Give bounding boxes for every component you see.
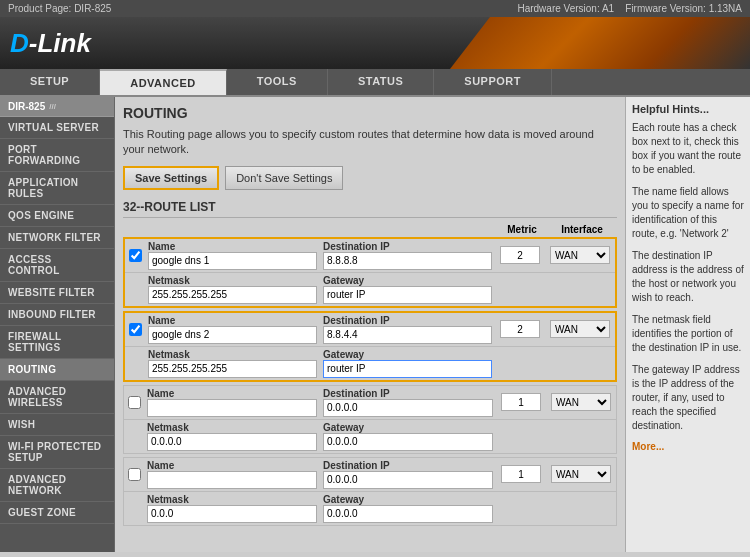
netmask-label-4: Netmask xyxy=(147,494,317,505)
sidebar-item-guest-zone[interactable]: GUEST ZONE xyxy=(0,502,114,524)
sidebar-item-website-filter[interactable]: WEBSITE FILTER xyxy=(0,282,114,304)
route-row-4a: Name Destination IP WAN LAN xyxy=(124,458,616,492)
dest-input-1[interactable] xyxy=(323,252,492,270)
sidebar-item-advanced-network[interactable]: ADVANCED NETWORK xyxy=(0,469,114,502)
sidebar-item-routing[interactable]: ROUTING xyxy=(0,359,114,381)
metric-input-2[interactable] xyxy=(500,320,540,338)
route-group-4: Name Destination IP WAN LAN xyxy=(123,457,617,526)
sidebar-item-inbound-filter[interactable]: INBOUND FILTER xyxy=(0,304,114,326)
name-input-1[interactable] xyxy=(148,252,317,270)
route-row-3b: Netmask Gateway xyxy=(124,420,616,453)
gateway-label-4: Gateway xyxy=(323,494,493,505)
gateway-input-3[interactable] xyxy=(323,433,493,451)
gateway-input-2[interactable] xyxy=(323,360,492,378)
tab-advanced[interactable]: ADVANCED xyxy=(100,69,227,95)
hint-2: The name field allows you to specify a n… xyxy=(632,185,744,241)
name-label-3: Name xyxy=(147,388,317,399)
main-layout: DIR-825 /// VIRTUAL SERVER PORT FORWARDI… xyxy=(0,97,750,552)
netmask-label-3: Netmask xyxy=(147,422,317,433)
description: This Routing page allows you to specify … xyxy=(123,127,617,158)
breadcrumb: DIR-825 /// xyxy=(0,97,114,117)
tab-setup[interactable]: SETUP xyxy=(0,69,100,95)
dest-label-2: Destination IP xyxy=(323,315,492,326)
route-3-checkbox[interactable] xyxy=(128,396,141,409)
dest-label-4: Destination IP xyxy=(323,460,493,471)
interface-select-2[interactable]: WAN LAN xyxy=(550,320,610,338)
route-row-4b: Netmask Gateway xyxy=(124,492,616,525)
dest-input-2[interactable] xyxy=(323,326,492,344)
netmask-input-1[interactable] xyxy=(148,286,317,304)
gateway-input-1[interactable] xyxy=(323,286,492,304)
metric-input-1[interactable] xyxy=(500,246,540,264)
name-input-3[interactable] xyxy=(147,399,317,417)
route-group-1: Name Destination IP WAN LAN xyxy=(123,237,617,308)
gateway-input-4[interactable] xyxy=(323,505,493,523)
sidebar-item-wish[interactable]: WISH xyxy=(0,414,114,436)
hw-fw-label: Hardware Version: A1 Firmware Version: 1… xyxy=(517,3,742,14)
section-title: ROUTING xyxy=(123,105,617,121)
sidebar-item-advanced-wireless[interactable]: ADVANCED WIRELESS xyxy=(0,381,114,414)
route-list-title: 32--ROUTE LIST xyxy=(123,200,617,218)
sidebar-item-firewall[interactable]: FIREWALL SETTINGS xyxy=(0,326,114,359)
interface-select-1[interactable]: WAN LAN xyxy=(550,246,610,264)
product-label: Product Page: DIR-825 xyxy=(8,3,111,14)
interface-select-3[interactable]: WAN LAN xyxy=(551,393,611,411)
route-row-3a: Name Destination IP WAN LAN xyxy=(124,386,616,420)
dest-input-4[interactable] xyxy=(323,471,493,489)
tab-status[interactable]: STATUS xyxy=(328,69,434,95)
tab-tools[interactable]: TOOLS xyxy=(227,69,328,95)
interface-select-4[interactable]: WAN LAN xyxy=(551,465,611,483)
sidebar-item-access-control[interactable]: ACCESS CONTROL xyxy=(0,249,114,282)
name-label-4: Name xyxy=(147,460,317,471)
route-1-checkbox[interactable] xyxy=(129,249,142,262)
hint-1: Each route has a check box next to it, c… xyxy=(632,121,744,177)
dont-save-button[interactable]: Don't Save Settings xyxy=(225,166,343,190)
breadcrumb-arrows: /// xyxy=(49,102,56,111)
sidebar-item-application-rules[interactable]: APPLICATION RULES xyxy=(0,172,114,205)
route-row-2b: Netmask Gateway xyxy=(125,347,615,380)
button-row: Save Settings Don't Save Settings xyxy=(123,166,617,190)
netmask-input-2[interactable] xyxy=(148,360,317,378)
dest-label-1: Destination IP xyxy=(323,241,492,252)
tab-support[interactable]: SUPPORT xyxy=(434,69,552,95)
sidebar-item-port-forwarding[interactable]: PORT FORWARDING xyxy=(0,139,114,172)
name-label-1: Name xyxy=(148,241,317,252)
metric-header: Metric xyxy=(497,224,547,235)
gateway-label-2: Gateway xyxy=(323,349,492,360)
netmask-label-2: Netmask xyxy=(148,349,317,360)
route-group-2: Name Destination IP WAN LAN xyxy=(123,311,617,382)
name-label-2: Name xyxy=(148,315,317,326)
interface-header: Interface xyxy=(547,224,617,235)
route-row-1b: Netmask Gateway xyxy=(125,273,615,306)
hint-3: The destination IP address is the addres… xyxy=(632,249,744,305)
save-button[interactable]: Save Settings xyxy=(123,166,219,190)
name-input-2[interactable] xyxy=(148,326,317,344)
header: D-Link xyxy=(0,17,750,69)
dest-input-3[interactable] xyxy=(323,399,493,417)
content-area: ROUTING This Routing page allows you to … xyxy=(115,97,625,552)
metric-input-4[interactable] xyxy=(501,465,541,483)
sidebar: DIR-825 /// VIRTUAL SERVER PORT FORWARDI… xyxy=(0,97,115,552)
hints-title: Helpful Hints... xyxy=(632,103,744,115)
sidebar-item-virtual-server[interactable]: VIRTUAL SERVER xyxy=(0,117,114,139)
dest-label-3: Destination IP xyxy=(323,388,493,399)
hint-4: The netmask field identifies the portion… xyxy=(632,313,744,355)
name-input-4[interactable] xyxy=(147,471,317,489)
logo: D-Link xyxy=(10,28,91,59)
sidebar-item-network-filter[interactable]: NETWORK FILTER xyxy=(0,227,114,249)
route-group-3: Name Destination IP WAN LAN xyxy=(123,385,617,454)
route-2-checkbox[interactable] xyxy=(129,323,142,336)
route-row-1a: Name Destination IP WAN LAN xyxy=(125,239,615,273)
route-4-checkbox[interactable] xyxy=(128,468,141,481)
metric-input-3[interactable] xyxy=(501,393,541,411)
sidebar-item-wifi-protected[interactable]: WI-FI PROTECTED SETUP xyxy=(0,436,114,469)
netmask-input-4[interactable] xyxy=(147,505,317,523)
hints-panel: Helpful Hints... Each route has a check … xyxy=(625,97,750,552)
gateway-label-3: Gateway xyxy=(323,422,493,433)
route-row-2a: Name Destination IP WAN LAN xyxy=(125,313,615,347)
top-bar: Product Page: DIR-825 Hardware Version: … xyxy=(0,0,750,17)
more-link[interactable]: More... xyxy=(632,441,744,452)
netmask-input-3[interactable] xyxy=(147,433,317,451)
sidebar-item-qos[interactable]: QOS ENGINE xyxy=(0,205,114,227)
nav-tabs: SETUP ADVANCED TOOLS STATUS SUPPORT xyxy=(0,69,750,97)
